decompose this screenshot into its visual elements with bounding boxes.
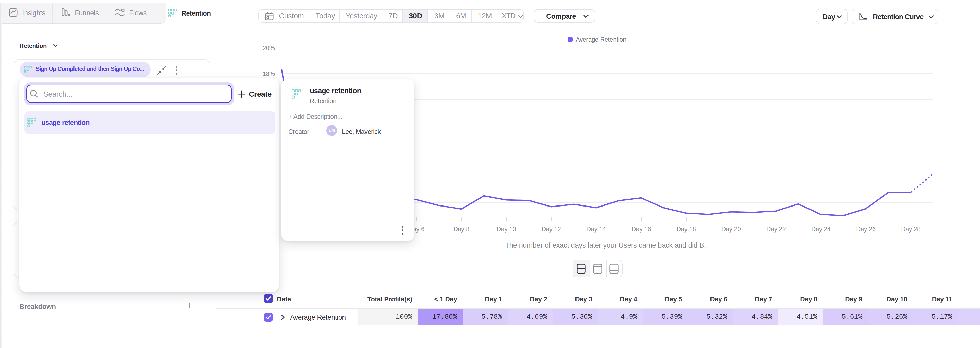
svg-text:Day 8: Day 8 — [453, 226, 469, 233]
svg-text:Day 24: Day 24 — [811, 226, 831, 233]
svg-text:Day 26: Day 26 — [856, 226, 876, 233]
svg-text:Average Retention: Average Retention — [576, 36, 626, 43]
svg-text:Day 28: Day 28 — [901, 226, 921, 233]
svg-text:Day 16: Day 16 — [632, 226, 651, 233]
svg-text:Day 10: Day 10 — [496, 226, 516, 233]
svg-text:Day 22: Day 22 — [767, 226, 786, 233]
svg-text:Day 14: Day 14 — [587, 226, 606, 233]
svg-text:Day 20: Day 20 — [721, 226, 741, 233]
svg-text:Day 18: Day 18 — [676, 226, 696, 233]
svg-text:Day 12: Day 12 — [542, 226, 561, 233]
svg-text:18%: 18% — [262, 70, 275, 77]
svg-text:20%: 20% — [262, 44, 275, 52]
